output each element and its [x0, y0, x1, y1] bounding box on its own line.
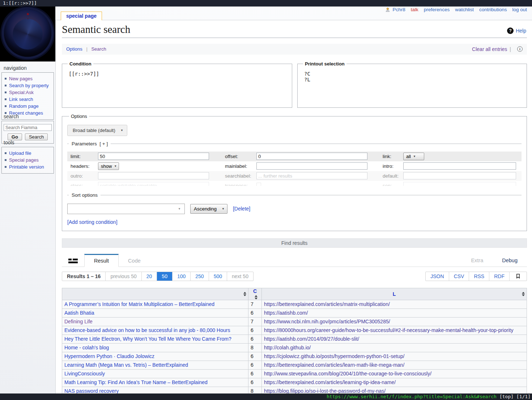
table-row: Hey There Little Electron, Why Won't You…	[62, 335, 527, 343]
result-url-link[interactable]: https://betterexplained.com/articles/mat…	[264, 301, 390, 307]
parameter-input-searchlabel[interactable]	[256, 172, 367, 179]
printout-textarea[interactable]: ?C ?L	[301, 69, 523, 85]
sidebar-item-special-pages[interactable]: Special pages	[9, 157, 39, 163]
tab-code[interactable]: Code	[119, 255, 150, 267]
parameter-label: limit:	[67, 154, 98, 159]
personal-link-preferences[interactable]: preferences	[424, 7, 450, 12]
result-title-link[interactable]: Home - colah's blog	[64, 345, 109, 350]
result-title-link[interactable]: Hey There Little Electron, Why Won't You…	[64, 336, 231, 342]
options-view-link[interactable]: Options	[66, 46, 82, 52]
info-icon[interactable]: i	[517, 46, 523, 52]
result-title-link[interactable]: Learning Math (Mega Man vs. Tetris) – Be…	[64, 362, 188, 368]
parameter-input-class[interactable]	[98, 182, 209, 186]
sidebar-item-upload-file[interactable]: Upload file	[9, 150, 31, 156]
result-title-link[interactable]: Defining Life	[64, 319, 93, 324]
export-link-rdf[interactable]: RDF	[489, 272, 510, 281]
parameter-input-offset[interactable]	[256, 153, 367, 160]
result-title-link[interactable]: A Programmer’s Intuition for Matrix Mult…	[64, 301, 214, 307]
delete-sort-link[interactable]: [Delete]	[233, 206, 250, 212]
column-header-l[interactable]: L	[262, 288, 527, 300]
add-sorting-condition-link[interactable]: [Add sorting condition]	[67, 219, 118, 225]
parameter-checkbox-transpose[interactable]	[256, 183, 261, 186]
sidebar-item-new-pages[interactable]: New pages	[9, 76, 33, 81]
sidebar-item-random-page[interactable]: Random page	[9, 103, 39, 109]
page-size-250[interactable]: 250	[191, 272, 209, 281]
parameter-input-limit[interactable]	[98, 153, 209, 160]
parameter-input-outro[interactable]	[98, 172, 209, 179]
sidebar-item-search-by-property[interactable]: Search by property	[9, 83, 49, 88]
sidebar-item-special-ask[interactable]: Special:Ask	[9, 90, 34, 95]
result-title-link[interactable]: NAS password recovery	[64, 388, 119, 393]
export-link-csv[interactable]: CSV	[449, 272, 469, 281]
result-url-link[interactable]: http://colah.github.io/	[264, 345, 311, 350]
tab-special-page[interactable]: special page	[61, 12, 102, 20]
personal-bar: Pchr8 talk preferenceswatchlistcontribut…	[385, 7, 527, 12]
page-title: Semantic search	[62, 24, 130, 35]
extra-link[interactable]: Extra	[471, 258, 483, 263]
bullet-icon	[5, 98, 7, 100]
username-link[interactable]: Pchr8	[393, 7, 405, 12]
personal-link-contributions[interactable]: contributions	[479, 7, 507, 12]
page-size-50[interactable]: 50	[157, 272, 173, 281]
personal-link-log-out[interactable]: log out	[512, 7, 527, 12]
parameters-toggle[interactable]: [ + ]	[99, 141, 108, 146]
parameter-select-headers[interactable]: show▼	[98, 162, 119, 170]
result-title-link[interactable]: Math Learning Tip: Find An Idea’s True N…	[64, 379, 208, 385]
search-view-link[interactable]: Search	[91, 46, 106, 52]
sort-property-combobox[interactable]: ▼	[67, 204, 185, 214]
parameter-input-mainlabel[interactable]	[256, 162, 367, 170]
list-item: Special:Ask	[5, 89, 52, 96]
content-area: Semantic search ? Help Options | Search …	[55, 20, 532, 393]
result-url-link[interactable]: https://betterexplained.com/articles/lea…	[264, 362, 404, 368]
result-title-link[interactable]: Evidence-based advice on how to be succe…	[64, 327, 230, 333]
sidebar-item-printable-version[interactable]: Printable version	[9, 164, 44, 170]
sidebar-search: search Go Search	[0, 114, 55, 144]
result-url-link[interactable]: http://www.stevepavlina.com/blog/2004/10…	[264, 371, 431, 376]
page-size-100[interactable]: 100	[173, 272, 191, 281]
talk-link[interactable]: talk	[411, 7, 418, 12]
parameter-select-link[interactable]: all▼	[403, 153, 424, 160]
sort-icon[interactable]	[255, 295, 258, 299]
parameter-input-sep[interactable]	[403, 182, 516, 186]
result-url-link[interactable]: https://aatishb.com/	[264, 310, 308, 316]
parameters-fieldset: Parameters [ + ] limit:offset:link:all▼h…	[67, 141, 522, 186]
wiki-logo[interactable]	[0, 7, 55, 61]
result-title-link[interactable]: Aatish Bhatia	[64, 310, 94, 316]
result-url-link[interactable]: https://betterexplained.com/articles/lea…	[264, 379, 396, 385]
bookmark-icon[interactable]	[510, 272, 527, 281]
condition-textarea[interactable]: [[r::>>7]]	[66, 69, 288, 79]
result-url-link[interactable]: https://blog.filippo.io/so-i-lost-the-pa…	[264, 388, 386, 393]
command-bar[interactable]: 1:[[r::>>7]]	[0, 0, 532, 7]
export-link-json[interactable]: JSON	[426, 272, 449, 281]
sort-icon[interactable]	[522, 292, 525, 296]
personal-link-watchlist[interactable]: watchlist	[455, 7, 474, 12]
result-url-link[interactable]: https://80000hours.org/career-guide/how-…	[264, 327, 513, 333]
personal-links: preferenceswatchlistcontributionslog out	[424, 7, 527, 12]
sidebar-item-link-search[interactable]: Link search	[9, 97, 33, 102]
column-header-title[interactable]	[62, 288, 248, 300]
clear-all-entries-link[interactable]: Clear all entries	[472, 46, 507, 52]
result-url-link[interactable]: https://cjolowicz.github.io/posts/hyperm…	[264, 353, 404, 359]
result-url-link[interactable]: https://www.ncbi.nlm.nih.gov/pmc/article…	[264, 319, 390, 324]
export-link-rss[interactable]: RSS	[469, 272, 489, 281]
format-toggle-icon[interactable]	[62, 259, 84, 267]
result-url-link[interactable]: https://aatishb.com/2014/09/27/double-sl…	[264, 336, 359, 342]
help-link[interactable]: Help	[516, 28, 526, 34]
format-select[interactable]: Broad table (default) ▼	[67, 125, 127, 136]
parameter-input-default[interactable]	[403, 172, 516, 179]
results-table-wrap: C L A Programmer’s Intuition for Matrix …	[62, 288, 527, 393]
pagination-row: Results 1 – 16previous 502050100250500ne…	[62, 272, 527, 281]
sort-icon[interactable]	[243, 292, 246, 296]
find-results-button[interactable]: Find results	[62, 238, 527, 248]
result-title-link[interactable]: Hypermodern Python · Claudio Jolowicz	[64, 353, 154, 359]
parameter-input-intro[interactable]	[403, 162, 516, 170]
sort-order-select[interactable]: Ascending ▼	[190, 204, 227, 214]
tab-result[interactable]: Result	[84, 254, 119, 267]
page-size-20[interactable]: 20	[142, 272, 157, 281]
help-icon[interactable]: ?	[507, 27, 514, 34]
page-size-500[interactable]: 500	[209, 272, 227, 281]
search-input[interactable]	[4, 124, 52, 131]
result-title-link[interactable]: LivingConsciously	[64, 371, 105, 376]
column-header-c[interactable]: C	[248, 288, 262, 300]
debug-link[interactable]: Debug	[502, 258, 518, 263]
